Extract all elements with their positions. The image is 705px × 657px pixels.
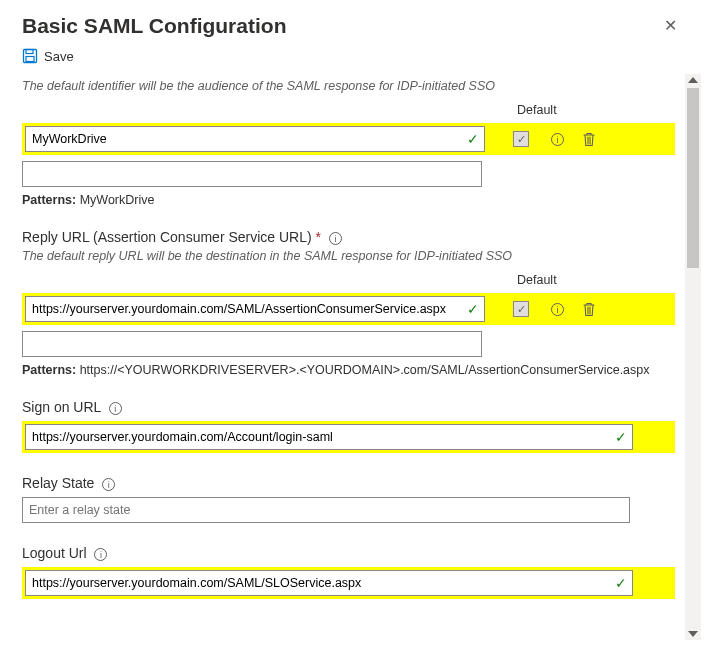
panel-header: Basic SAML Configuration ✕: [0, 0, 705, 46]
relay-row: [22, 497, 675, 523]
patterns-value: https://<YOURWORKDRIVESERVER>.<YOURDOMAI…: [80, 363, 650, 377]
save-button[interactable]: Save: [44, 49, 74, 64]
identifier-extra-row: [22, 161, 675, 187]
logout-input[interactable]: [25, 570, 633, 596]
trash-icon[interactable]: [582, 302, 596, 317]
signon-input[interactable]: [25, 424, 633, 450]
info-icon[interactable]: i: [109, 402, 122, 415]
toolbar: Save: [0, 46, 705, 74]
logout-label: Logout Url i: [22, 545, 675, 561]
identifier-default-header: Default: [517, 103, 675, 117]
content-area: The default identifier will be the audie…: [22, 74, 675, 640]
identifier-patterns: Patterns: MyWorkDrive: [22, 193, 675, 207]
svg-rect-2: [26, 57, 34, 62]
identifier-default-checkbox[interactable]: ✓: [513, 131, 529, 147]
signon-label: Sign on URL i: [22, 399, 675, 415]
identifier-row: ✓ ✓ i: [22, 123, 675, 155]
reply-patterns: Patterns: https://<YOURWORKDRIVESERVER>.…: [22, 363, 675, 377]
reply-row: ✓ ✓ i: [22, 293, 675, 325]
info-icon[interactable]: i: [102, 478, 115, 491]
reply-extra-row: [22, 331, 675, 357]
scroll-thumb[interactable]: [687, 88, 699, 268]
save-icon[interactable]: [22, 48, 38, 64]
reply-input[interactable]: [25, 296, 485, 322]
patterns-label: Patterns:: [22, 363, 76, 377]
signon-row: ✓: [22, 421, 675, 453]
info-icon[interactable]: i: [329, 232, 342, 245]
reply-label: Reply URL (Assertion Consumer Service UR…: [22, 229, 675, 245]
logout-row: ✓: [22, 567, 675, 599]
panel-title: Basic SAML Configuration: [22, 14, 286, 38]
relay-label: Relay State i: [22, 475, 675, 491]
identifier-input-extra[interactable]: [22, 161, 482, 187]
identifier-desc: The default identifier will be the audie…: [22, 79, 675, 93]
patterns-label: Patterns:: [22, 193, 76, 207]
reply-default-checkbox[interactable]: ✓: [513, 301, 529, 317]
scrollbar[interactable]: [685, 74, 701, 640]
info-icon[interactable]: i: [551, 133, 564, 146]
svg-rect-1: [26, 50, 33, 54]
info-icon[interactable]: i: [94, 548, 107, 561]
close-icon[interactable]: ✕: [658, 14, 683, 37]
reply-desc: The default reply URL will be the destin…: [22, 249, 675, 263]
identifier-input[interactable]: [25, 126, 485, 152]
reply-input-extra[interactable]: [22, 331, 482, 357]
info-icon[interactable]: i: [551, 303, 564, 316]
reply-default-header: Default: [517, 273, 675, 287]
config-panel: Basic SAML Configuration ✕ Save The defa…: [0, 0, 705, 657]
relay-input[interactable]: [22, 497, 630, 523]
trash-icon[interactable]: [582, 132, 596, 147]
patterns-value: MyWorkDrive: [80, 193, 155, 207]
